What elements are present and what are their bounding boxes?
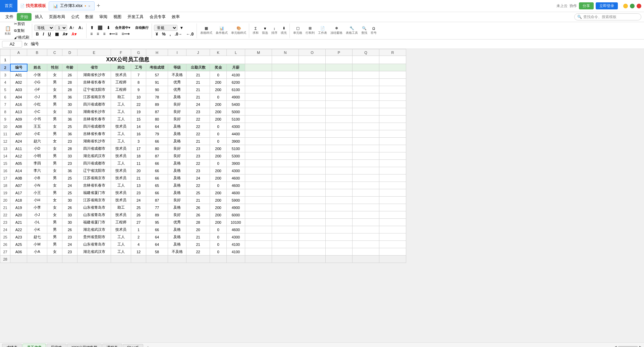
- cell-r18-c7[interactable]: 65: [146, 182, 168, 189]
- cell-r13-c9[interactable]: 23: [186, 145, 210, 152]
- header-cell-9[interactable]: 出勤天数: [186, 64, 210, 71]
- cell-r18-c11[interactable]: 4600: [227, 182, 245, 189]
- cell-r21-c0[interactable]: A19: [10, 204, 27, 211]
- cell-r17-c3[interactable]: 25: [62, 175, 77, 182]
- cell-r25-c1[interactable]: 赵七: [27, 233, 47, 241]
- col-header-G[interactable]: G: [131, 49, 146, 56]
- cell-r3-c6[interactable]: 7: [131, 71, 146, 79]
- row-header-4[interactable]: 4: [0, 79, 10, 86]
- cell-r17-c8[interactable]: 及格: [168, 175, 186, 182]
- new-tab-btn[interactable]: +: [95, 2, 102, 9]
- row-header-8[interactable]: 8: [0, 108, 10, 116]
- cell-r16-c4[interactable]: 辽宁省沈阳市: [77, 167, 111, 175]
- cell-r12-c1[interactable]: 赵六: [27, 138, 47, 145]
- row-header-14[interactable]: 14: [0, 152, 10, 160]
- cell-r6-c5[interactable]: 助工: [111, 93, 131, 101]
- cell-r13-c8[interactable]: 良好: [168, 145, 186, 152]
- cell-r25-c9[interactable]: 21: [186, 233, 210, 241]
- cell-r10-c5[interactable]: 技术员: [111, 123, 131, 130]
- cell-r8-c0[interactable]: A13: [10, 108, 27, 116]
- cell-r18-c4[interactable]: 吉林省长春市: [77, 182, 111, 189]
- cell-r9-c0[interactable]: A09: [10, 116, 27, 123]
- cell-r19-c2[interactable]: 男: [47, 189, 62, 197]
- cell-r13-c6[interactable]: 17: [131, 145, 146, 152]
- col-header-M[interactable]: M: [245, 49, 272, 56]
- cell-r23-c5[interactable]: 工程师: [111, 219, 131, 226]
- cell-r16-c3[interactable]: 36: [62, 167, 77, 175]
- col-header-C[interactable]: C: [47, 49, 62, 56]
- cell-r20-c10[interactable]: 200: [210, 197, 227, 204]
- cell-r23-c4[interactable]: 福建省厦门市: [77, 219, 111, 226]
- cell-r12-c0[interactable]: A24: [10, 138, 27, 145]
- cell-r5-c11[interactable]: 6100: [227, 86, 245, 93]
- cell-r12-c7[interactable]: 66: [146, 138, 168, 145]
- cell-r22-c5[interactable]: 技术员: [111, 211, 131, 219]
- cell-r4-c11[interactable]: 6200: [227, 79, 245, 86]
- format-type-select[interactable]: 常规: [154, 25, 177, 31]
- cell-r26-c0[interactable]: A25: [10, 241, 27, 248]
- cell-r26-c1[interactable]: 小M: [27, 241, 47, 248]
- border-btn[interactable]: ▦: [53, 31, 60, 37]
- cell-r25-c10[interactable]: 0: [210, 233, 227, 241]
- font-increase-btn[interactable]: A↑: [68, 25, 76, 30]
- cell-r13-c10[interactable]: 200: [210, 145, 227, 152]
- cell-r10-c3[interactable]: 25: [62, 123, 77, 130]
- add-sheet-btn[interactable]: +: [144, 344, 152, 347]
- col-header-F[interactable]: F: [111, 49, 131, 56]
- title-cell[interactable]: XXX公司员工信息: [10, 56, 245, 64]
- cell-r9-c8[interactable]: 良好: [168, 116, 186, 123]
- cell-r14-c6[interactable]: 18: [131, 152, 146, 160]
- cell-r16-c0[interactable]: A14: [10, 167, 27, 175]
- cell-r14-c3[interactable]: 33: [62, 152, 77, 160]
- cell-r19-c11[interactable]: 4600: [227, 189, 245, 197]
- cell-r15-c6[interactable]: 11: [131, 160, 146, 167]
- cell-r27-c10[interactable]: 0: [210, 248, 227, 256]
- row-header-21[interactable]: 21: [0, 204, 10, 211]
- wrap-btn[interactable]: 自动换行: [133, 25, 150, 30]
- cell-r9-c4[interactable]: 吉林省长春市: [77, 116, 111, 123]
- cell-r15-c10[interactable]: 0: [210, 160, 227, 167]
- cell-r20-c6[interactable]: 24: [131, 197, 146, 204]
- align-center-btn[interactable]: ≡: [95, 31, 101, 37]
- cell-r16-c8[interactable]: 及格: [168, 167, 186, 175]
- cell-r20-c5[interactable]: 技术员: [111, 197, 131, 204]
- row-header-26[interactable]: 26: [0, 241, 10, 248]
- cell-r23-c3[interactable]: 30: [62, 219, 77, 226]
- cell-r14-c5[interactable]: 技术员: [111, 152, 131, 160]
- cell-r10-c8[interactable]: 及格: [168, 123, 186, 130]
- cell-r5-c4[interactable]: 辽宁省沈阳市: [77, 86, 111, 93]
- cell-r8-c3[interactable]: 33: [62, 108, 77, 116]
- row-header-18[interactable]: 18: [0, 182, 10, 189]
- cell-r24-c10[interactable]: 0: [210, 226, 227, 233]
- cell-r19-c3[interactable]: 25: [62, 189, 77, 197]
- cell-r22-c11[interactable]: 6000: [227, 211, 245, 219]
- cell-r7-c2[interactable]: 男: [47, 101, 62, 108]
- cell-r13-c2[interactable]: 女: [47, 145, 62, 152]
- row-header-12[interactable]: 12: [0, 138, 10, 145]
- cell-r17-c9[interactable]: 24: [186, 175, 210, 182]
- share-btn[interactable]: 分享: [579, 2, 594, 9]
- cell-r15-c3[interactable]: 23: [62, 160, 77, 167]
- cell-r6-c1[interactable]: 小J: [27, 93, 47, 101]
- cell-r9-c7[interactable]: 80: [146, 116, 168, 123]
- cell-r16-c5[interactable]: 技术员: [111, 167, 131, 175]
- header-cell-2[interactable]: 性别: [47, 64, 62, 71]
- cell-r6-c7[interactable]: 78: [146, 93, 168, 101]
- cell-r15-c0[interactable]: A05: [10, 160, 27, 167]
- cell-r24-c7[interactable]: 66: [146, 226, 168, 233]
- fillcolor-btn[interactable]: A▾: [61, 31, 69, 37]
- italic-btn[interactable]: I: [41, 31, 46, 37]
- cell-r26-c7[interactable]: 64: [146, 241, 168, 248]
- header-cell-10[interactable]: 奖金: [210, 64, 227, 71]
- sheet-tab-chengjibiao[interactable]: 成绩表: [2, 344, 22, 347]
- cell-r15-c8[interactable]: 及格: [168, 160, 186, 167]
- row-header-28[interactable]: 28: [0, 256, 10, 263]
- font-name-select[interactable]: 等线: [34, 25, 54, 31]
- cell-r7-c10[interactable]: 200: [210, 101, 227, 108]
- cell-r17-c1[interactable]: 小B: [27, 175, 47, 182]
- cell-r5-c5[interactable]: 工程师: [111, 86, 131, 93]
- row-header-15[interactable]: 15: [0, 160, 10, 167]
- cell-r19-c4[interactable]: 福建省厦门市: [77, 189, 111, 197]
- symbol-btn[interactable]: Ω 符号: [369, 26, 378, 36]
- header-cell-3[interactable]: 年龄: [62, 64, 77, 71]
